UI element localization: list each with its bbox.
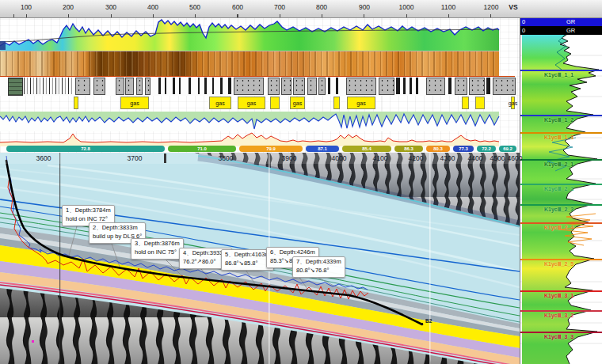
inclination-bar: 72.8 71.0 79.9 87.1 85.4 86.3 80.3 77.3 … <box>0 146 520 153</box>
lith-block <box>455 78 467 95</box>
vs-tickmarks <box>0 14 520 17</box>
lith-block <box>281 78 291 95</box>
inclination-segment: 80.3 <box>426 146 450 152</box>
formation-line <box>520 222 602 224</box>
formation-label[interactable]: K1ycⅢ_2_3 <box>544 207 573 213</box>
lith-block <box>8 78 23 96</box>
formation-line <box>520 290 602 292</box>
resistivity-image-track <box>0 51 499 77</box>
md-tick: 4200 <box>409 154 424 162</box>
lith-block <box>493 78 516 95</box>
gas-total-curve-track <box>0 131 520 146</box>
gr-header-row-2[interactable]: 0 GR <box>520 26 602 35</box>
lith-bar <box>165 78 166 94</box>
inclination-segment: 69.2 <box>499 146 516 152</box>
vs-tick: 1200 <box>484 3 499 11</box>
formation-label[interactable]: K1ycⅢ_3_2 <box>544 313 573 319</box>
lith-block <box>293 78 305 95</box>
inclination-segment: 79.9 <box>239 146 303 152</box>
formation-line <box>520 70 602 71</box>
gr-track <box>0 17 520 51</box>
trajectory-end-label: B2 <box>425 318 432 324</box>
vs-tick: 400 <box>147 3 158 11</box>
gas-show-track: gas gas gas gas gas gas <box>0 95 515 112</box>
md-tick: 3600 <box>36 154 51 162</box>
formation-label[interactable]: K1ycⅢ_2_1 <box>544 161 573 168</box>
formation-label[interactable]: K1ycⅢ_2_5 <box>544 261 573 267</box>
vs-ruler[interactable]: 100 200 300 400 500 600 700 800 900 1000… <box>0 0 602 18</box>
gas-box <box>270 97 280 109</box>
lith-bar <box>179 78 181 94</box>
gas-box <box>462 97 469 109</box>
vs-tick: 900 <box>359 3 370 11</box>
md-tick: 4100 <box>373 154 388 162</box>
lith-bar <box>336 78 338 94</box>
lith-bar <box>212 78 214 94</box>
lith-block <box>75 78 90 95</box>
lith-block <box>116 78 124 95</box>
md-tick: 4400 <box>468 154 483 162</box>
formation-label[interactable]: K1ycⅢ_1_3 <box>544 135 573 141</box>
gas-box <box>475 97 485 109</box>
geosteering-app: 100 200 300 400 500 600 700 800 900 1000… <box>0 0 602 364</box>
lith-bar <box>228 78 231 94</box>
annotation-3[interactable]: 3、Depth:3876m hold on INC 75° <box>131 238 184 260</box>
formation-line <box>520 204 602 206</box>
inclination-segment: 72.8 <box>6 146 165 152</box>
md-ruler[interactable]: 3500 3600 3700 3800 3900 4000 4100 4200 … <box>0 153 520 164</box>
lith-block <box>234 78 264 95</box>
lith-block <box>318 78 326 95</box>
formation-label[interactable]: K1ycⅢ_1_2 <box>544 117 573 123</box>
section-marker-line <box>59 153 60 364</box>
lith-bar <box>416 78 418 94</box>
formation-label[interactable]: K1ycⅢ_2_4 <box>544 225 573 231</box>
md-tick: 4600 <box>508 154 523 162</box>
lith-bar <box>396 78 400 94</box>
vs-tick: 800 <box>316 3 327 11</box>
lith-bar <box>486 78 490 94</box>
resistivity-curve-track <box>0 112 520 131</box>
lith-block <box>307 78 317 95</box>
lith-bar <box>158 78 161 94</box>
log-tracks[interactable]: gas gas gas gas gas gas 72.8 71.0 79.9 <box>0 17 520 153</box>
md-tick: 3900 <box>282 154 297 162</box>
formation-line <box>520 115 602 116</box>
gas-box: gas <box>290 97 305 109</box>
formation-line <box>520 184 602 185</box>
gas-box <box>333 97 340 109</box>
md-tick: 3800 <box>219 154 234 162</box>
lith-bar <box>410 78 412 94</box>
inclination-segment: 86.3 <box>394 146 423 152</box>
vs-tick: 500 <box>189 3 200 11</box>
annotation-7[interactable]: 7、Depth:4339m 80.8°↘76.8° <box>292 256 345 278</box>
formation-line <box>520 132 602 134</box>
lith-bar <box>198 78 200 94</box>
gas-box: gas <box>347 97 375 109</box>
lith-block <box>426 78 445 95</box>
lith-bar <box>403 78 406 94</box>
inclination-segment: 72.2 <box>477 146 496 152</box>
vs-tick: 300 <box>105 3 116 11</box>
lith-block <box>145 78 150 95</box>
inclination-segment: 87.1 <box>306 146 339 152</box>
type-log-panel[interactable]: 0 GR 0 GR <box>520 17 602 364</box>
lith-block <box>346 78 376 95</box>
formation-label[interactable]: K1ycⅢ_2_2 <box>544 186 573 192</box>
gas-box: gas <box>511 97 515 109</box>
formation-label[interactable]: K1ycⅢ_3_1 <box>544 293 573 299</box>
section-marker-line <box>429 153 431 364</box>
formation-line <box>520 332 602 333</box>
formation-line <box>520 159 602 161</box>
md-tick: 4500 <box>490 154 505 162</box>
md-tick: 4000 <box>332 154 347 162</box>
formation-label[interactable]: K1ycⅢ_3_3 <box>544 334 573 340</box>
md-tick: 3700 <box>128 154 143 162</box>
gas-box: gas <box>209 97 231 109</box>
formation-line <box>520 310 602 312</box>
gas-box: gas <box>238 97 265 109</box>
gr-header-row-1[interactable]: 0 GR <box>520 17 602 26</box>
lith-bar <box>328 78 330 94</box>
lith-block <box>379 78 394 95</box>
formation-label[interactable]: K1ycⅢ_1_1 <box>544 72 573 78</box>
inclination-segment: 85.4 <box>342 146 391 152</box>
